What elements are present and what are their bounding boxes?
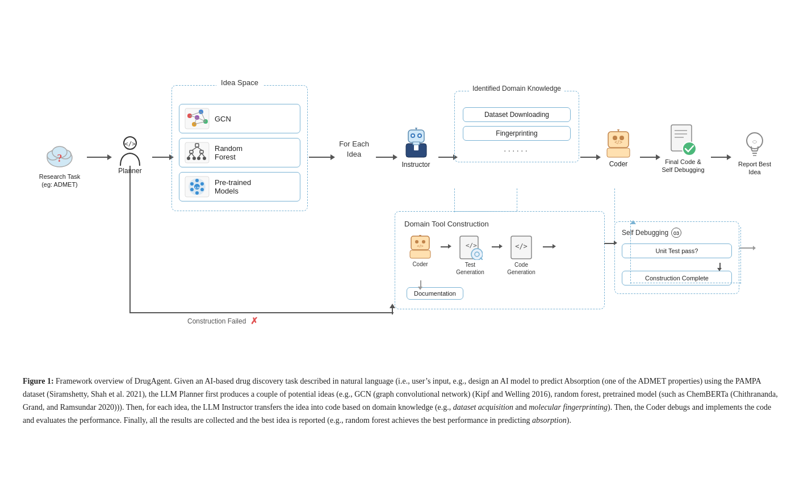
connector-right-top-to-bottom [614, 188, 616, 222]
svg-point-47 [418, 135, 421, 137]
loop-horizontal-bottom [630, 283, 740, 284]
x-mark: ✗ [250, 316, 258, 326]
planner-icon: </> [116, 136, 144, 166]
arrow-idea-foreach [309, 154, 335, 160]
for-each-idea-label: For EachIdea [333, 139, 375, 159]
report-node: Report BestIdea [729, 129, 780, 177]
loop-vertical-left [630, 220, 631, 284]
code-gen-node: </> CodeGeneration [504, 235, 538, 276]
svg-point-38 [195, 191, 199, 195]
rf-label: Random Forest [215, 144, 242, 161]
test-gen-label: TestGeneration [456, 261, 484, 276]
svg-point-49 [415, 128, 417, 129]
domain-item-fingerprinting: Fingerprinting [463, 126, 571, 141]
figure-label: Figure 1: [23, 377, 54, 385]
self-debug-badge: 03 [671, 228, 681, 238]
coder-right-node: </> Coder [598, 129, 638, 168]
research-task-node: ? Research Task (eg: ADMET) [34, 142, 85, 189]
coder-right-icon: </> [604, 129, 633, 159]
svg-point-46 [412, 135, 414, 137]
documentation-box: Documentation [407, 287, 463, 300]
svg-point-40 [190, 182, 194, 186]
arrow-codegen-selfdbg [543, 246, 553, 247]
arrow-coder-testgen [441, 246, 449, 247]
report-label: Report BestIdea [738, 160, 771, 177]
svg-point-29 [187, 157, 190, 160]
idea-pretrained: LLMs Pre-trained Models [179, 172, 300, 201]
self-debug-title: Self Debugging [622, 229, 668, 237]
domain-dots: ...... [463, 145, 571, 154]
caption-italic-1: dataset acquisition [453, 403, 513, 411]
domain-tool-title: Domain Tool Construction [404, 220, 595, 228]
arrow-domain-coder [580, 154, 601, 160]
unit-test-box: Unit Test pass? [622, 243, 732, 258]
svg-text:</>: </> [614, 139, 622, 145]
pretrained-icon: LLMs [184, 175, 210, 198]
svg-point-36 [200, 182, 204, 186]
svg-line-80 [480, 258, 483, 260]
caption-text-2: and [513, 403, 529, 411]
rf-icon [184, 141, 210, 164]
planner-bottom-line [129, 312, 394, 313]
connector-left-domain-to-tool [454, 188, 455, 212]
tool-coder-label: Coder [412, 261, 428, 267]
svg-text:LLMs: LLMs [193, 186, 200, 189]
svg-text:</>: </> [124, 140, 136, 148]
svg-text:</>: </> [466, 242, 477, 249]
arrow-domaintool-selfdbg [604, 243, 614, 244]
idea-space-title: Idea Space [216, 78, 263, 87]
idea-rf: Random Forest [179, 138, 300, 167]
tool-coder-icon: </> [408, 235, 433, 260]
tool-coder-node: </> Coder [404, 235, 436, 267]
caption-italic-3: absorption [532, 416, 567, 425]
code-gen-icon: </> [509, 235, 534, 260]
svg-rect-75 [410, 250, 430, 258]
final-code-label: Final Code &Self Debugging [662, 158, 704, 174]
svg-text:</>: </> [417, 243, 424, 249]
pretrained-label: Pre-trained Models [215, 178, 251, 195]
gcn-label: GCN [215, 115, 231, 123]
identified-domain-box: Identified Domain Knowledge Dataset Down… [454, 91, 579, 162]
idea-space-box: Idea Space GCN [171, 85, 308, 211]
final-code-node: Final Code &Self Debugging [658, 124, 709, 174]
loop-arrowhead-up [630, 220, 636, 224]
gcn-icon [184, 107, 210, 130]
instructor-node: Instructor [395, 128, 437, 169]
svg-point-59 [617, 129, 620, 131]
svg-point-37 [200, 188, 204, 191]
svg-text:</>: </> [515, 242, 528, 250]
svg-point-31 [197, 157, 200, 160]
test-gen-node: </> TestGeneration [453, 235, 487, 276]
arrow-finalcode-report [711, 154, 731, 160]
instructor-icon [400, 128, 432, 159]
unit-test-arrow-down [622, 263, 732, 268]
loop-arrow-right [739, 246, 756, 250]
code-gen-label: CodeGeneration [507, 261, 535, 276]
construction-failed-label: Construction Failed ✗ [187, 316, 258, 326]
final-code-icon [667, 124, 700, 157]
svg-point-30 [192, 157, 196, 160]
svg-rect-60 [607, 148, 630, 157]
domain-item-dataset: Dataset Downloading [463, 107, 571, 122]
arrow-planner-idea [152, 154, 174, 160]
svg-point-32 [203, 157, 206, 160]
idea-gcn: GCN [179, 104, 300, 133]
figure-caption: Figure 1: Framework overview of DrugAgen… [23, 375, 784, 427]
domain-tool-box: Domain Tool Construction </> Coder [395, 211, 605, 309]
test-gen-icon: </> [458, 235, 483, 260]
identified-domain-title: Identified Domain Knowledge [469, 85, 564, 93]
svg-point-65 [683, 142, 696, 156]
caption-text-4: ). [567, 416, 571, 425]
svg-text:?: ? [57, 153, 62, 164]
research-task-icon: ? [44, 142, 76, 170]
instructor-label: Instructor [401, 161, 430, 169]
coder-right-label: Coder [609, 160, 628, 168]
svg-rect-53 [413, 142, 420, 145]
connector-bottom-left-to-center [454, 211, 517, 212]
report-icon [740, 129, 769, 159]
arrow-testgen-codegen [492, 246, 500, 247]
planner-vertical-line [129, 166, 131, 313]
self-debug-header: Self Debugging 03 [622, 228, 732, 238]
arrow-task-planner [87, 154, 112, 160]
research-task-label: Research Task (eg: ADMET) [34, 173, 85, 189]
